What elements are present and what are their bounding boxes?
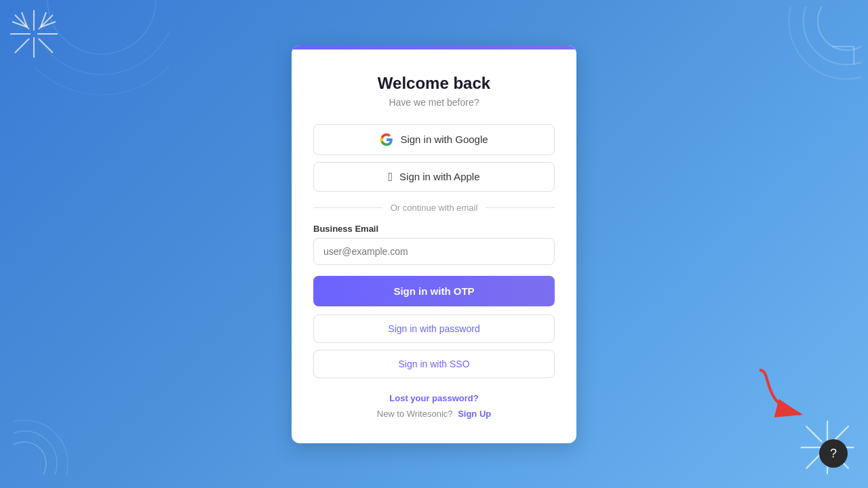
svg-line-8 <box>22 12 27 27</box>
email-label: Business Email <box>313 224 555 234</box>
svg-point-15 <box>818 7 861 50</box>
starburst-top-left-icon <box>7 7 61 61</box>
signup-row: New to Writesonic? Sign Up <box>313 409 555 419</box>
forgot-password-link[interactable]: Lost your password? <box>389 393 478 403</box>
svg-point-29 <box>34 0 170 75</box>
svg-point-16 <box>804 7 861 64</box>
svg-line-9 <box>12 22 27 27</box>
help-icon: ? <box>830 447 837 461</box>
login-card: Welcome back Have we met before? Sign in… <box>292 45 576 443</box>
sign-in-password-button[interactable]: Sign in with password <box>313 314 555 343</box>
sign-in-google-button[interactable]: Sign in with Google <box>313 124 555 155</box>
email-divider: Or continue with email <box>313 203 555 213</box>
sign-in-sso-button[interactable]: Sign in with SSO <box>313 350 555 378</box>
svg-point-14 <box>14 420 68 474</box>
arrow-annotation <box>746 363 827 434</box>
svg-line-6 <box>39 15 53 29</box>
page-title: Welcome back <box>313 74 555 93</box>
svg-line-10 <box>41 12 46 27</box>
email-input[interactable] <box>313 238 555 265</box>
otp-button-label: Sign in with OTP <box>393 285 474 297</box>
svg-line-4 <box>15 15 29 29</box>
divider-line-left <box>313 207 382 208</box>
svg-point-28 <box>47 0 156 54</box>
password-button-label: Sign in with password <box>388 323 479 334</box>
signup-prefix-text: New to Writesonic? <box>377 409 453 419</box>
svg-line-24 <box>806 426 823 443</box>
signup-link[interactable]: Sign Up <box>458 409 491 419</box>
divider-line-right <box>486 207 555 208</box>
arc-top-left-bg-icon <box>34 0 170 136</box>
sign-in-apple-button[interactable]:  Sign in with Apple <box>313 162 555 192</box>
card-top-bar <box>292 45 576 49</box>
apple-icon:  <box>389 171 393 183</box>
svg-line-5 <box>39 39 53 53</box>
svg-line-7 <box>15 39 29 53</box>
svg-line-11 <box>41 22 56 27</box>
help-button[interactable]: ? <box>819 439 848 468</box>
divider-text: Or continue with email <box>391 203 478 213</box>
sign-in-otp-button[interactable]: Sign in with OTP <box>313 276 555 306</box>
sso-button-label: Sign in with SSO <box>398 359 469 369</box>
svg-point-12 <box>14 442 46 474</box>
apple-button-label: Sign in with Apple <box>399 171 479 182</box>
arc-bottom-left-icon <box>14 393 95 474</box>
svg-point-13 <box>14 431 57 474</box>
forgot-password-row: Lost your password? <box>313 393 555 403</box>
google-button-label: Sign in with Google <box>400 134 488 145</box>
page-subtitle: Have we met before? <box>313 97 555 108</box>
circle-top-right-icon <box>753 7 861 115</box>
svg-point-30 <box>34 0 170 95</box>
google-icon <box>380 133 393 146</box>
svg-point-17 <box>789 7 861 79</box>
